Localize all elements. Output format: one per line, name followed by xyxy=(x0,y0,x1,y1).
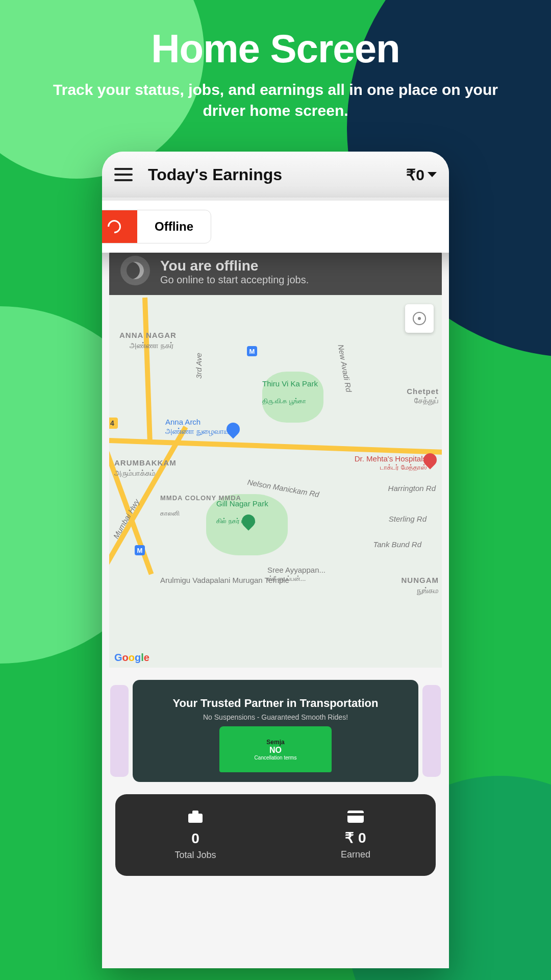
map-label: Gill Nagar Park xyxy=(216,499,268,508)
moon-icon xyxy=(120,256,150,285)
map-label: சேத்துப் xyxy=(414,396,439,405)
map-label: Harrington Rd xyxy=(388,484,436,493)
map-label: நுங்கம xyxy=(417,586,439,595)
map-label: Chetpet xyxy=(407,387,439,396)
map-label: ANNA NAGAR xyxy=(119,331,177,339)
toggle-label: Offline xyxy=(137,210,211,243)
map-attribution: Google xyxy=(114,652,149,664)
map-label: Anna Arch xyxy=(165,418,201,426)
route-badge: 4 xyxy=(109,418,118,429)
earned-value: ₹ 0 xyxy=(345,829,366,846)
ad-title: Your Trusted Partner in Transportation xyxy=(173,697,379,710)
svg-rect-0 xyxy=(188,814,203,823)
offline-toggle-button[interactable] xyxy=(102,210,137,243)
svg-rect-1 xyxy=(192,811,198,815)
truck-brand: Semja xyxy=(266,739,284,746)
earned-label: Earned xyxy=(341,849,370,860)
svg-rect-2 xyxy=(347,811,364,823)
banner-subtitle: Go online to start accepting jobs. xyxy=(160,274,430,286)
offline-banner: You are offline Go online to start accep… xyxy=(109,249,442,295)
promo-header: Home Screen Track your status, jobs, and… xyxy=(0,0,551,136)
map-label: Thiru Vi Ka Park xyxy=(262,379,318,388)
map-label: New Avadi Rd xyxy=(337,344,354,393)
map-label: NUNGAM xyxy=(402,576,439,584)
svg-rect-3 xyxy=(347,813,364,816)
ad-carousel[interactable]: Your Trusted Partner in Transportation N… xyxy=(102,680,449,782)
earnings-value: ₹0 xyxy=(406,166,424,184)
chevron-down-icon xyxy=(428,172,437,177)
online-toggle[interactable]: Offline xyxy=(102,210,211,243)
map-label: அண்ணா நகர் xyxy=(130,341,174,350)
ad-prev-peek[interactable] xyxy=(110,685,129,777)
moon-icon xyxy=(105,217,124,236)
map-label: 3rd Ave xyxy=(194,353,203,379)
menu-button[interactable] xyxy=(114,168,133,181)
stat-total-jobs[interactable]: 0 Total Jobs xyxy=(115,794,276,876)
map-label: அரும்பாக்கம் xyxy=(114,469,156,478)
promo-title: Home Screen xyxy=(41,26,510,72)
briefcase-icon xyxy=(187,810,204,827)
map-label: அண்ணா நுழைவாயில் xyxy=(165,427,236,436)
earnings-dropdown[interactable]: ₹0 xyxy=(406,166,437,184)
crosshair-icon xyxy=(413,312,426,325)
stats-bar: 0 Total Jobs ₹ 0 Earned xyxy=(115,794,436,876)
stat-earned[interactable]: ₹ 0 Earned xyxy=(276,794,436,876)
truck-cancel-text: Cancellation terms xyxy=(255,755,297,761)
map-label: Sree Ayyappan... xyxy=(267,566,325,574)
promo-subtitle: Track your status, jobs, and earnings al… xyxy=(41,80,510,121)
map-label: டாக்டர் மேத்தாஸ் xyxy=(380,463,427,472)
jobs-value: 0 xyxy=(191,830,199,847)
locate-button[interactable] xyxy=(405,304,434,333)
map-label: Tank Bund Rd xyxy=(373,540,421,549)
page-title: Today's Earnings xyxy=(148,165,397,184)
map-view[interactable]: ANNA NAGAR அண்ணா நகர் Anna Arch அண்ணா நு… xyxy=(109,295,442,668)
map-label: திரு.வி.க பூங்கா xyxy=(262,397,306,405)
metro-icon: M xyxy=(247,346,257,356)
banner-title: You are offline xyxy=(160,258,430,274)
map-label: Dr. Mehta's Hospitals xyxy=(355,454,427,463)
map-label: Sterling Rd xyxy=(389,514,427,523)
status-card: Offline xyxy=(102,201,449,253)
phone-frame: Today's Earnings ₹0 Offline You are offl… xyxy=(102,152,449,968)
map-label: காலனி xyxy=(160,509,180,518)
map-label: ARUMBAKKAM xyxy=(114,458,177,467)
ad-card[interactable]: Your Trusted Partner in Transportation N… xyxy=(133,680,418,782)
card-icon xyxy=(347,810,364,826)
jobs-label: Total Jobs xyxy=(174,850,216,861)
metro-icon: M xyxy=(135,545,145,555)
ad-subtitle: No Suspensions - Guaranteed Smooth Rides… xyxy=(203,713,348,721)
truck-no-text: NO xyxy=(269,746,282,755)
map-label: Arulmigu Vadapalani Murugan Temple xyxy=(160,576,289,584)
topbar: Today's Earnings ₹0 xyxy=(102,152,449,198)
ad-next-peek[interactable] xyxy=(422,685,441,777)
truck-illustration: Semja NO Cancellation terms xyxy=(219,726,332,772)
